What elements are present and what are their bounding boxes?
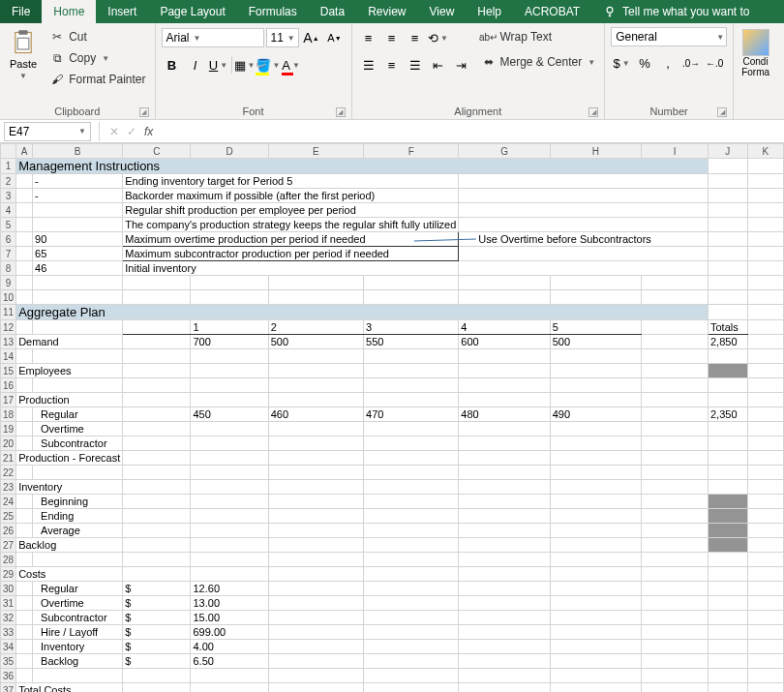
cell[interactable] xyxy=(364,596,459,611)
cell[interactable] xyxy=(747,640,783,654)
cell[interactable]: - xyxy=(33,189,123,203)
row-header[interactable]: 31 xyxy=(1,596,16,611)
row-header[interactable]: 36 xyxy=(1,669,16,683)
cell[interactable] xyxy=(708,393,747,407)
period-header[interactable] xyxy=(642,320,709,335)
cell[interactable] xyxy=(642,495,709,509)
cell[interactable] xyxy=(708,247,747,261)
cell[interactable] xyxy=(708,290,747,305)
cell[interactable] xyxy=(459,640,550,654)
cell[interactable] xyxy=(747,436,783,451)
cell[interactable] xyxy=(642,466,709,480)
cell[interactable] xyxy=(123,335,191,349)
tab-view[interactable]: View xyxy=(418,0,467,23)
cell[interactable] xyxy=(747,582,783,596)
cell[interactable] xyxy=(16,276,33,290)
cell[interactable] xyxy=(123,495,191,509)
cell[interactable] xyxy=(708,669,747,683)
cell[interactable]: The company's production strategy keeps … xyxy=(123,218,459,232)
cell[interactable] xyxy=(33,669,123,683)
cell[interactable] xyxy=(191,495,268,509)
cell[interactable] xyxy=(459,524,550,538)
cell[interactable] xyxy=(642,349,709,364)
cell[interactable]: 12.60 xyxy=(191,582,268,596)
cell[interactable] xyxy=(747,538,783,553)
col-header[interactable]: E xyxy=(268,144,363,159)
tab-review[interactable]: Review xyxy=(356,0,417,23)
period-header[interactable]: 2 xyxy=(268,320,363,335)
row-header[interactable]: 11 xyxy=(1,305,16,320)
cell[interactable] xyxy=(123,407,191,422)
row-header[interactable]: 21 xyxy=(1,451,16,466)
cell[interactable] xyxy=(550,640,641,654)
cell[interactable] xyxy=(708,683,747,693)
cell[interactable] xyxy=(364,625,459,640)
cell[interactable] xyxy=(708,349,747,364)
cell[interactable] xyxy=(747,349,783,364)
cell[interactable] xyxy=(123,349,191,364)
name-box[interactable]: E47▼ xyxy=(4,122,91,141)
cell[interactable] xyxy=(268,625,363,640)
cell[interactable] xyxy=(16,611,33,625)
cell[interactable] xyxy=(268,276,363,290)
cell[interactable]: 699.00 xyxy=(191,625,268,640)
cell[interactable] xyxy=(747,654,783,669)
cell[interactable] xyxy=(708,159,747,174)
cell[interactable] xyxy=(708,567,747,582)
cell[interactable]: $ xyxy=(123,654,191,669)
cell[interactable] xyxy=(364,466,459,480)
cell[interactable] xyxy=(550,290,641,305)
cell[interactable] xyxy=(550,553,641,567)
tab-help[interactable]: Help xyxy=(466,0,513,23)
cell[interactable]: Subcontractor xyxy=(33,611,123,625)
cell[interactable] xyxy=(123,290,191,305)
cell[interactable] xyxy=(747,611,783,625)
cell[interactable] xyxy=(364,567,459,582)
cell[interactable] xyxy=(191,364,268,378)
cell[interactable] xyxy=(268,422,363,436)
cell[interactable]: $ xyxy=(123,625,191,640)
cell[interactable] xyxy=(16,407,33,422)
cell[interactable] xyxy=(16,218,33,232)
cell[interactable] xyxy=(708,654,747,669)
dialog-launcher-icon[interactable]: ◢ xyxy=(336,107,346,117)
cell[interactable]: 2,350 xyxy=(708,407,747,422)
row-header[interactable]: 7 xyxy=(1,247,16,261)
cell[interactable] xyxy=(459,625,550,640)
cell[interactable] xyxy=(123,480,191,495)
cell[interactable] xyxy=(268,451,363,466)
cell[interactable] xyxy=(364,451,459,466)
cell[interactable] xyxy=(268,654,363,669)
tab-formulas[interactable]: Formulas xyxy=(237,0,309,23)
cell[interactable] xyxy=(550,276,641,290)
cell[interactable]: $ xyxy=(123,596,191,611)
cancel-formula-button[interactable]: ✕ xyxy=(109,125,119,138)
cell[interactable] xyxy=(747,364,783,378)
cell[interactable]: Regular xyxy=(33,407,123,422)
cell[interactable] xyxy=(16,495,33,509)
cell[interactable]: Overtime xyxy=(33,596,123,611)
cell[interactable]: Beginning xyxy=(33,495,123,509)
cell[interactable] xyxy=(550,422,641,436)
cell[interactable] xyxy=(747,553,783,567)
cell[interactable]: Backlog xyxy=(16,538,123,553)
cell[interactable] xyxy=(16,290,33,305)
cell[interactable] xyxy=(642,290,709,305)
row-header[interactable]: 20 xyxy=(1,436,16,451)
cell[interactable] xyxy=(268,364,363,378)
cell[interactable] xyxy=(708,582,747,596)
cell[interactable] xyxy=(550,538,641,553)
cell[interactable] xyxy=(123,538,191,553)
cell[interactable] xyxy=(708,553,747,567)
cell[interactable] xyxy=(16,509,33,524)
cell[interactable] xyxy=(459,261,709,276)
select-all-button[interactable] xyxy=(1,144,16,159)
cell[interactable]: 480 xyxy=(459,407,550,422)
wrap-text-button[interactable]: ab↵ Wrap Text xyxy=(478,27,599,46)
cell[interactable] xyxy=(550,349,641,364)
tab-home[interactable]: Home xyxy=(42,0,96,23)
cell[interactable] xyxy=(268,349,363,364)
cell[interactable] xyxy=(459,393,550,407)
cell[interactable]: - xyxy=(33,174,123,189)
row-header[interactable]: 6 xyxy=(1,232,16,247)
